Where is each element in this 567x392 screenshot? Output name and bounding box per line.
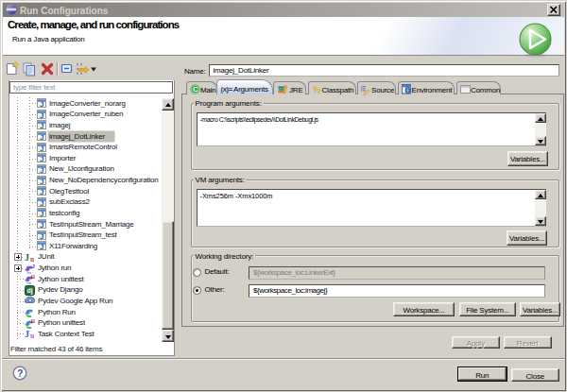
svg-text:J: J — [40, 199, 43, 207]
svg-text:u: u — [30, 332, 34, 340]
svg-text:J: J — [40, 100, 43, 108]
svg-text:J: J — [40, 166, 43, 174]
svg-text:J: J — [40, 210, 43, 217]
svg-text:J: J — [25, 329, 29, 339]
svg-text:u: u — [30, 254, 34, 263]
svg-text:C: C — [192, 85, 198, 94]
svg-text:dj: dj — [27, 287, 33, 295]
svg-text:J: J — [40, 155, 43, 162]
svg-text:J: J — [32, 264, 35, 269]
svg-text:J: J — [40, 122, 43, 129]
svg-text:u: u — [31, 318, 35, 324]
svg-text:J: J — [40, 144, 43, 151]
svg-text:J: J — [40, 243, 43, 250]
svg-text:J: J — [40, 111, 43, 119]
svg-text:?: ? — [17, 367, 23, 379]
svg-text:u: u — [31, 274, 35, 280]
svg-text:J: J — [40, 177, 43, 184]
svg-text:J: J — [40, 231, 43, 239]
svg-text:J: J — [40, 188, 43, 196]
svg-text:J: J — [25, 252, 29, 263]
svg-text:J: J — [40, 133, 43, 141]
svg-text:J: J — [40, 221, 43, 229]
